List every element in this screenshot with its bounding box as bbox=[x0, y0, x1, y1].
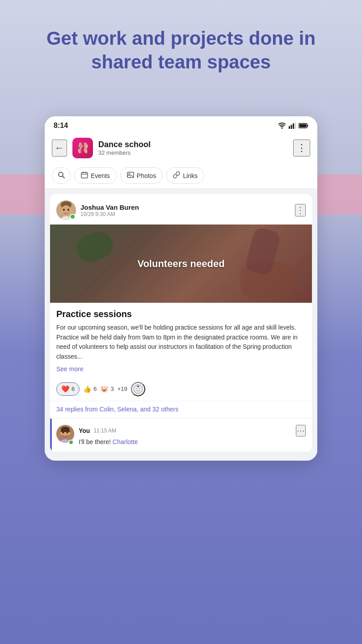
status-bar: 8:14 bbox=[45, 116, 317, 133]
svg-line-8 bbox=[63, 176, 64, 178]
reply-row: You 11:15 AM ⋯ I'll be there! Charlotte bbox=[50, 418, 312, 452]
svg-point-32 bbox=[63, 432, 64, 433]
phone-card: 8:14 ← 🩰 Danc bbox=[45, 116, 317, 461]
reply-header: You 11:15 AM ⋯ bbox=[79, 425, 306, 436]
reply-time: 11:15 AM bbox=[93, 428, 116, 434]
svg-point-24 bbox=[139, 388, 140, 389]
post-image-label: Volunteers needed bbox=[137, 258, 224, 270]
post-body: Practice sessions For our upcoming seaso… bbox=[50, 303, 312, 377]
post-author-name: Joshua Van Buren bbox=[80, 203, 290, 211]
reply-accent-bar bbox=[50, 419, 52, 452]
post-title: Practice sessions bbox=[56, 309, 306, 319]
svg-point-18 bbox=[63, 209, 65, 211]
svg-point-20 bbox=[60, 210, 63, 212]
links-icon bbox=[173, 171, 180, 180]
headline-text: Get work and projects done in shared tea… bbox=[27, 27, 335, 74]
heart-emoji: ❤️ bbox=[61, 385, 70, 393]
see-more-link[interactable]: See more bbox=[56, 365, 84, 373]
header-more-button[interactable]: ⋮ bbox=[293, 140, 310, 157]
photos-icon bbox=[127, 171, 134, 180]
toolbar: Events Photos Links bbox=[45, 164, 317, 189]
svg-rect-0 bbox=[289, 126, 290, 129]
search-button[interactable] bbox=[52, 167, 71, 184]
post-image: Volunteers needed bbox=[50, 225, 312, 303]
links-label: Links bbox=[183, 172, 198, 179]
svg-rect-1 bbox=[291, 125, 292, 129]
post-header: Joshua Van Buren 10/29 9:30 AM ⋮ bbox=[50, 194, 312, 225]
group-name: Dance school bbox=[98, 140, 288, 149]
group-members: 32 members bbox=[98, 149, 288, 156]
reaction-pig: 🐷 3 bbox=[100, 385, 114, 393]
post-avatar-wrap bbox=[56, 200, 76, 220]
photos-button[interactable]: Photos bbox=[120, 167, 163, 184]
svg-point-33 bbox=[67, 432, 68, 433]
heart-count: 6 bbox=[72, 386, 75, 392]
post-timestamp: 10/29 9:30 AM bbox=[80, 211, 290, 217]
post-card: Joshua Van Buren 10/29 9:30 AM ⋮ Volunte… bbox=[50, 194, 312, 452]
wifi-icon bbox=[278, 123, 286, 129]
reply-mention: Charlotte bbox=[113, 438, 138, 445]
svg-point-23 bbox=[136, 388, 137, 389]
post-author-online-indicator bbox=[70, 214, 76, 220]
svg-rect-9 bbox=[81, 173, 88, 178]
app-header: ← 🩰 Dance school 32 members ⋮ bbox=[45, 133, 317, 164]
events-label: Events bbox=[91, 172, 110, 179]
svg-point-29 bbox=[60, 432, 62, 435]
events-button[interactable]: Events bbox=[74, 167, 117, 184]
back-button[interactable]: ← bbox=[52, 140, 67, 157]
svg-point-14 bbox=[129, 174, 130, 175]
svg-point-30 bbox=[69, 432, 71, 435]
reply-text: I'll be there! Charlotte bbox=[79, 438, 306, 445]
reaction-more: +19 bbox=[118, 386, 127, 392]
status-time: 8:14 bbox=[54, 122, 68, 130]
svg-rect-2 bbox=[293, 123, 294, 129]
svg-point-19 bbox=[67, 209, 69, 211]
svg-rect-13 bbox=[127, 172, 134, 178]
events-icon bbox=[81, 171, 88, 180]
links-button[interactable]: Links bbox=[166, 167, 204, 184]
add-reaction-button[interactable] bbox=[131, 382, 145, 396]
replies-link[interactable]: 34 replies from Colin, Selena, and 32 ot… bbox=[50, 401, 312, 418]
search-icon bbox=[58, 171, 65, 180]
svg-rect-3 bbox=[295, 123, 296, 129]
reaction-heart-button[interactable]: ❤️ 6 bbox=[56, 382, 80, 396]
battery-icon bbox=[299, 123, 308, 128]
reactions-row: ❤️ 6 👍 6 🐷 3 +19 bbox=[50, 377, 312, 401]
reply-author: You bbox=[79, 427, 90, 434]
reply-more-button[interactable]: ⋯ bbox=[296, 425, 306, 436]
post-meta: Joshua Van Buren 10/29 9:30 AM bbox=[80, 203, 290, 217]
photos-label: Photos bbox=[137, 172, 156, 179]
headline-section: Get work and projects done in shared tea… bbox=[0, 27, 362, 74]
post-body-text: For our upcoming season, we'll be holdin… bbox=[56, 323, 306, 362]
svg-rect-6 bbox=[299, 124, 307, 127]
post-more-button[interactable]: ⋮ bbox=[295, 204, 306, 216]
reaction-thumbs-up: 👍 6 bbox=[83, 385, 97, 393]
reply-online-indicator bbox=[68, 440, 74, 445]
svg-rect-5 bbox=[307, 125, 308, 127]
signal-icon bbox=[289, 123, 296, 129]
svg-point-21 bbox=[70, 210, 72, 212]
feed: Joshua Van Buren 10/29 9:30 AM ⋮ Volunte… bbox=[45, 189, 317, 461]
reply-content: You 11:15 AM ⋯ I'll be there! Charlotte bbox=[79, 425, 306, 445]
status-icons bbox=[278, 123, 308, 129]
group-info: Dance school 32 members bbox=[98, 140, 288, 156]
reply-avatar-wrap bbox=[56, 425, 74, 445]
group-avatar: 🩰 bbox=[72, 138, 93, 158]
